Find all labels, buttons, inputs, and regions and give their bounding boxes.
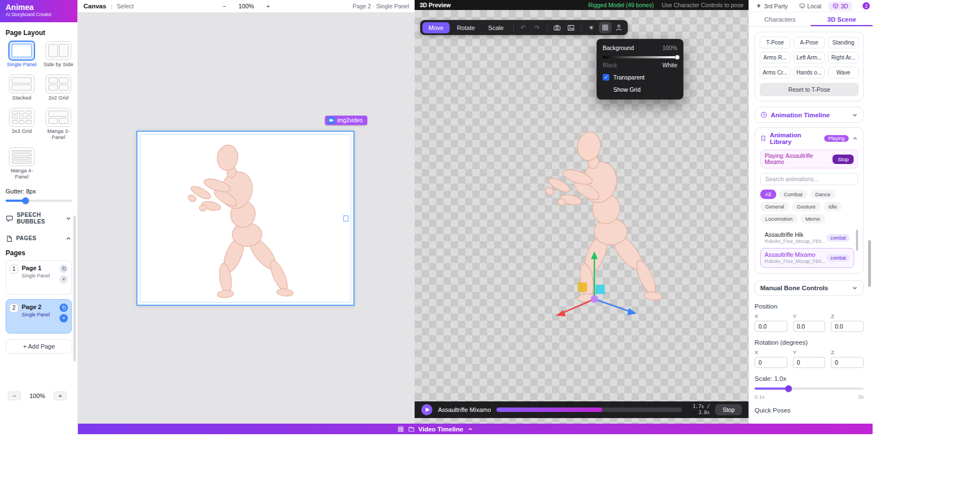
position-z-input[interactable] (831, 321, 864, 332)
manga-4-panel-thumb (9, 147, 35, 166)
select-tool-label[interactable]: Select (117, 3, 134, 9)
background-slider-thumb[interactable] (675, 55, 680, 60)
tab-characters[interactable]: Characters (749, 12, 811, 26)
layout-option-2x2-grid[interactable]: 2x2 Grid (42, 74, 75, 101)
right-panel: 3rd Party Local 3D 2 Characters 3D Scene… (748, 0, 873, 424)
show-grid-option[interactable]: Show Grid (613, 86, 677, 93)
filter-general[interactable]: General (760, 202, 789, 211)
zoom-in-button[interactable]: + (53, 391, 67, 400)
speech-bubbles-section-toggle[interactable]: SPEECH BUBBLES (6, 212, 72, 225)
background-settings-button[interactable] (599, 22, 612, 33)
filter-locomotion[interactable]: Locomotion (760, 214, 797, 223)
animation-timeline-accordion[interactable]: Animation Timeline (755, 107, 864, 123)
layout-option-3x3-grid[interactable]: 3x3 Grid (6, 108, 38, 141)
pages-section-label: PAGES (16, 235, 62, 242)
rotation-y-input[interactable] (793, 357, 826, 368)
position-x-input[interactable] (755, 321, 787, 332)
gutter-slider-thumb[interactable] (22, 197, 29, 204)
pose-button-a-pose[interactable]: A-Pose (794, 37, 824, 48)
filter-combat[interactable]: Combat (779, 190, 807, 199)
stop-animation-button[interactable]: Stop (833, 155, 854, 164)
redo-button[interactable]: ↷ (531, 22, 544, 33)
panel-resize-handle[interactable] (343, 215, 348, 221)
toolbar-divider (513, 24, 514, 32)
layout-option-manga-4-panel[interactable]: Manga 4-Panel (6, 147, 38, 180)
layout-option-stacked[interactable]: Stacked (6, 74, 38, 101)
right-panel-scrollbar[interactable] (868, 240, 871, 287)
layout-option-manga-3-panel[interactable]: Manga 3-Panel (42, 108, 75, 141)
pose-button-arms-crossed[interactable]: Arms Cr... (760, 67, 790, 78)
scale-slider-thumb[interactable] (785, 385, 792, 392)
pose-button-arms-raised[interactable]: Arms R... (760, 52, 790, 63)
video-timeline-bar[interactable]: Video Timeline (78, 424, 873, 434)
playback-progress-bar[interactable] (496, 408, 682, 412)
filter-meme[interactable]: Meme (800, 214, 825, 223)
animation-source: Rokoko_Free_Mocap_FBX... (765, 238, 826, 245)
notification-badge: 2 (863, 2, 870, 9)
pose-button-t-pose[interactable]: T-Pose (760, 37, 790, 48)
pose-button-standing[interactable]: Standing (828, 37, 859, 48)
lighting-button[interactable]: ☀ (585, 22, 598, 33)
pose-button-hands-on[interactable]: Hands o... (794, 67, 824, 78)
manual-bone-controls-accordion[interactable]: Manual Bone Controls (755, 280, 864, 296)
pages-section-toggle[interactable]: PAGES (6, 235, 72, 242)
animation-item[interactable]: Assaultrifle Hik Rokoko_Free_Mocap_FBX..… (760, 228, 854, 248)
animation-library-accordion[interactable]: Animation Library Playing (760, 132, 858, 145)
canvas-workspace[interactable]: img2video (78, 13, 415, 424)
filter-dance[interactable]: Dance (810, 190, 835, 199)
screenshot-button[interactable] (551, 22, 564, 33)
scale-tool-button[interactable]: Scale (482, 22, 510, 33)
pose-button-wave[interactable]: Wave (828, 67, 859, 78)
storyboard-panel[interactable] (136, 131, 354, 306)
zoom-out-button[interactable]: − (8, 391, 21, 400)
transparent-checkbox[interactable]: ✓ (603, 74, 609, 81)
sidebar-scrollbar[interactable] (73, 216, 76, 361)
delete-page-button[interactable]: × (60, 275, 68, 284)
transparent-viewport[interactable] (415, 10, 748, 424)
transparent-option[interactable]: ✓ Transparent (603, 74, 677, 81)
speech-bubbles-label: SPEECH BUBBLES (17, 212, 62, 225)
check-icon: ✓ (604, 75, 608, 80)
add-page-button[interactable]: + Add Page (6, 339, 72, 354)
layout-option-single-panel[interactable]: Single Panel (6, 41, 38, 68)
background-slider[interactable] (603, 56, 677, 58)
chevron-down-icon (65, 215, 72, 222)
animation-item-selected[interactable]: Assaultrifle Mixamo Rokoko_Free_Mocap_FB… (760, 248, 854, 268)
page-item-2[interactable]: 2 Page 2 Single Panel × (6, 299, 72, 334)
toolbar-divider (581, 24, 582, 32)
tab-3d[interactable]: 3D (829, 2, 852, 11)
rotation-z-input[interactable] (831, 357, 864, 368)
animation-list-scrollbar[interactable] (856, 230, 858, 251)
pose-button-right-arm[interactable]: Right Ar... (828, 52, 859, 63)
filter-gesture[interactable]: Gesture (792, 202, 821, 211)
reset-to-t-pose-button[interactable]: Reset to T-Pose (760, 83, 859, 96)
rotation-x-input[interactable] (755, 357, 787, 368)
mannequin-figure (170, 136, 310, 300)
gutter-slider[interactable] (6, 200, 72, 202)
canvas-zoom-out-button[interactable]: − (223, 3, 226, 9)
filter-idle[interactable]: Idle (824, 202, 842, 211)
tab-3rd-party[interactable]: 3rd Party (752, 2, 792, 11)
img2video-button[interactable]: img2video (325, 116, 367, 125)
undo-button[interactable]: ↶ (517, 22, 530, 33)
character-pose-button[interactable] (613, 22, 626, 33)
translate-gizmo[interactable] (544, 249, 644, 321)
move-tool-button[interactable]: Move (422, 22, 450, 33)
duplicate-page-button[interactable] (60, 265, 68, 273)
layout-option-side-by-side[interactable]: Side by Side (42, 41, 75, 68)
tab-local[interactable]: Local (795, 2, 825, 11)
duplicate-page-button[interactable] (60, 304, 68, 312)
canvas-zoom-in-button[interactable]: + (267, 3, 270, 9)
delete-page-button[interactable]: × (60, 314, 68, 322)
page-item-1[interactable]: 1 Page 1 Single Panel × (6, 260, 72, 295)
rotate-tool-button[interactable]: Rotate (451, 22, 481, 33)
play-button[interactable] (421, 404, 432, 415)
filter-all[interactable]: All (760, 190, 776, 199)
stop-playback-button[interactable]: Stop (715, 404, 742, 415)
animation-search-input[interactable] (760, 173, 858, 185)
export-image-button[interactable] (565, 22, 578, 33)
pose-button-left-arm[interactable]: Left Arm... (794, 52, 824, 63)
scale-slider[interactable] (755, 387, 864, 390)
position-y-input[interactable] (793, 321, 826, 332)
tab-3d-scene[interactable]: 3D Scene (811, 12, 873, 26)
